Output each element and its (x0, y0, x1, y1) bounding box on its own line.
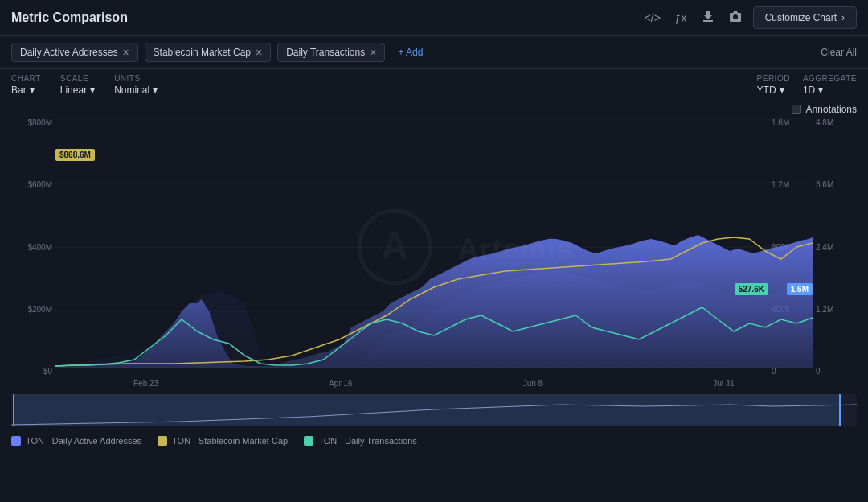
label-868m: $868.6M (55, 149, 95, 161)
units-value: Nominal (114, 84, 149, 96)
add-metric-button[interactable]: + Add (391, 43, 429, 61)
annotations-row: Annotations (0, 101, 868, 118)
legend-item-active-addresses: TON - Daily Active Addresses (11, 436, 141, 446)
chart-type-label: CHART (11, 74, 41, 83)
y-left-0: $0 (43, 367, 52, 376)
legend-dot-stablecoin (158, 436, 167, 446)
chart-type-value: Bar (11, 84, 27, 96)
y-axis-left: $800M $600M $400M $200M $0 (11, 118, 55, 376)
scale-label: SCALE (60, 74, 95, 83)
camera-icon-button[interactable] (726, 7, 745, 29)
customize-chart-label: Customize Chart (765, 12, 837, 23)
customize-chart-button[interactable]: Customize Chart › (753, 6, 857, 29)
period-select[interactable]: YTD ▾ (757, 84, 790, 96)
tag-daily-active-remove[interactable]: × (122, 47, 129, 58)
formula-icon-button[interactable]: ƒx (672, 8, 690, 27)
mini-chart[interactable] (11, 394, 857, 426)
y-left-4: $800M (27, 118, 52, 127)
tag-daily-active-label: Daily Active Addresses (20, 47, 117, 58)
scale-control: SCALE Linear ▾ (60, 74, 95, 96)
y-r2-1: 1.2M (816, 305, 833, 314)
y-left-2: $400M (27, 243, 52, 252)
y-r2-4: 4.8M (816, 118, 833, 127)
tag-daily-tx-remove[interactable]: × (370, 47, 376, 58)
svg-text:A: A (381, 224, 408, 267)
y-r2-0: 0 (816, 367, 821, 376)
x-label-feb: Feb 23 (133, 379, 158, 388)
x-label-jun: Jun 8 (523, 379, 542, 388)
clear-all-button[interactable]: Clear All (821, 47, 857, 58)
chart-type-select[interactable]: Bar ▾ (11, 84, 41, 96)
aggregate-value: 1D (803, 84, 815, 96)
code-icon-button[interactable]: </> (641, 8, 664, 27)
legend-label-daily-tx: TON - Daily Transactions (318, 436, 417, 446)
code-icon: </> (645, 11, 661, 24)
period-control: PERIOD YTD ▾ (757, 74, 790, 96)
formula-icon: ƒx (675, 11, 687, 24)
top-actions: </> ƒx Customize Chart › (641, 6, 857, 29)
legend-dot-daily-tx (304, 436, 313, 446)
legend-row: TON - Daily Active Addresses TON - Stabl… (0, 430, 868, 452)
x-axis: Feb 23 Apr 16 Jun 8 Jul 31 (0, 376, 868, 391)
download-icon (702, 10, 714, 26)
mini-range-handle[interactable] (13, 394, 841, 426)
legend-label-stablecoin: TON - Stablecoin Market Cap (172, 436, 288, 446)
main-chart-svg: A Artemis (55, 118, 813, 376)
chevron-right-icon: › (841, 12, 845, 23)
tag-stablecoin-label: Stablecoin Market Cap (154, 47, 251, 58)
units-select[interactable]: Nominal ▾ (114, 84, 158, 96)
aggregate-select[interactable]: 1D ▾ (803, 84, 857, 96)
chart-wrapper: $800M $600M $400M $200M $0 1.6M 1.2M 800… (11, 118, 857, 376)
legend-label-active-addresses: TON - Daily Active Addresses (26, 436, 141, 446)
label-16m: 1.6M (787, 283, 813, 295)
legend-item-stablecoin: TON - Stablecoin Market Cap (158, 436, 288, 446)
annotations-checkbox[interactable] (792, 105, 801, 114)
chart-type-chevron: ▾ (30, 84, 35, 96)
period-value: YTD (757, 84, 776, 96)
y-r2-2: 2.4M (816, 243, 833, 252)
download-icon-button[interactable] (698, 7, 718, 29)
legend-dot-active-addresses (11, 436, 21, 446)
scale-select[interactable]: Linear ▾ (60, 84, 95, 96)
aggregate-chevron: ▾ (818, 84, 823, 96)
x-label-jul: Jul 31 (713, 379, 735, 388)
units-chevron: ▾ (153, 84, 158, 96)
y-axis-right2: 4.8M 3.6M 2.4M 1.2M 0 (813, 118, 857, 376)
scale-value: Linear (60, 84, 87, 96)
svg-marker-6 (55, 235, 813, 368)
tag-stablecoin-remove[interactable]: × (256, 47, 262, 58)
period-label: PERIOD (757, 74, 790, 83)
tags-row: Daily Active Addresses × Stablecoin Mark… (0, 36, 868, 69)
svg-text:Artemis: Artemis (457, 233, 574, 265)
units-label: UNITS (114, 74, 158, 83)
y-r2-3: 3.6M (816, 180, 833, 189)
top-bar: Metric Comparison </> ƒx Customize Chart… (0, 0, 868, 36)
y-left-1: $200M (27, 305, 52, 314)
units-control: UNITS Nominal ▾ (114, 74, 158, 96)
aggregate-control: AGGREGATE 1D ▾ (803, 74, 857, 96)
x-label-apr: Apr 16 (329, 379, 352, 388)
tag-stablecoin: Stablecoin Market Cap × (145, 43, 272, 62)
page-title: Metric Comparison (11, 10, 128, 25)
legend-item-daily-tx: TON - Daily Transactions (304, 436, 417, 446)
y-left-3: $600M (27, 180, 52, 189)
scale-chevron: ▾ (90, 84, 95, 96)
tag-daily-tx: Daily Transactions × (277, 43, 385, 62)
period-aggregate-group: PERIOD YTD ▾ AGGREGATE 1D ▾ (757, 74, 857, 96)
period-chevron: ▾ (780, 84, 784, 96)
camera-icon (729, 10, 742, 26)
controls-row: CHART Bar ▾ SCALE Linear ▾ UNITS Nominal… (0, 69, 868, 101)
annotations-label: Annotations (806, 104, 857, 115)
aggregate-label: AGGREGATE (803, 74, 857, 83)
chart-type-control: CHART Bar ▾ (11, 74, 41, 96)
tag-daily-tx-label: Daily Transactions (286, 47, 365, 58)
label-527k: 527.6K (735, 283, 768, 295)
tag-daily-active: Daily Active Addresses × (11, 43, 138, 62)
